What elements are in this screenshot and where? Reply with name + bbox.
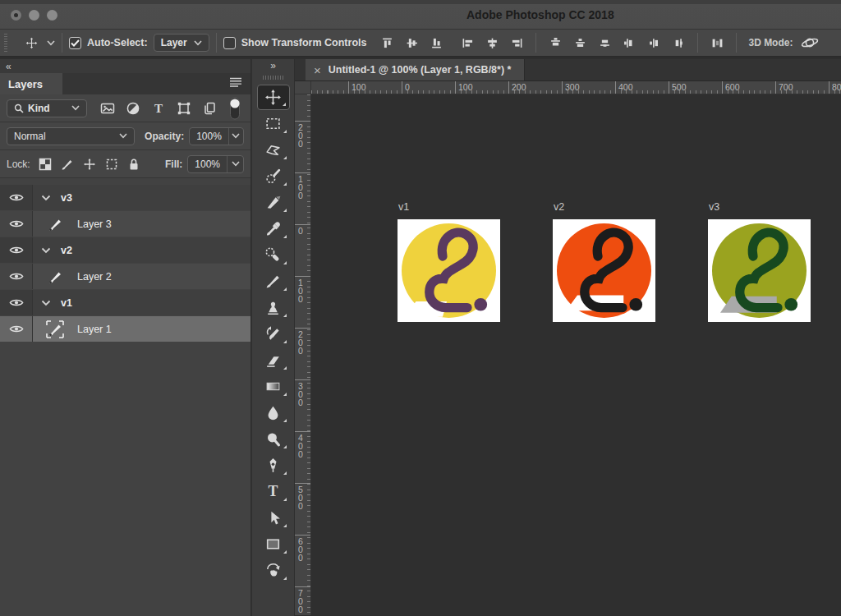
horizontal-ruler[interactable]: 1000100200300400500600700800 bbox=[311, 81, 841, 94]
eraser-tool[interactable] bbox=[257, 347, 290, 373]
panel-menu-icon[interactable] bbox=[229, 77, 242, 87]
layer-row[interactable]: Layer 1 bbox=[0, 316, 250, 342]
show-transform-controls-checkbox[interactable] bbox=[223, 37, 236, 49]
document-tab[interactable]: × Untitled-1 @ 100% (Layer 1, RGB/8*) * bbox=[306, 59, 525, 80]
filter-toggle-switch[interactable] bbox=[226, 100, 244, 117]
layer-visibility-toggle[interactable] bbox=[0, 264, 33, 289]
distribute-horizontal-centers-icon[interactable] bbox=[645, 34, 663, 52]
layer-thumbnail[interactable] bbox=[43, 319, 67, 340]
quick-selection-tool[interactable] bbox=[257, 163, 290, 189]
layer-group-row[interactable]: v1 bbox=[0, 290, 250, 315]
rotate-view-tool[interactable] bbox=[257, 558, 290, 583]
lock-pixels-icon[interactable] bbox=[61, 158, 74, 171]
blur-tool[interactable] bbox=[257, 400, 290, 425]
distribute-spacing-icon[interactable] bbox=[708, 34, 726, 52]
options-bar-grip[interactable] bbox=[2, 34, 9, 52]
lock-transparency-icon[interactable] bbox=[39, 158, 52, 171]
close-document-icon[interactable]: × bbox=[314, 63, 321, 77]
align-right-edges-icon[interactable] bbox=[508, 34, 526, 52]
group-expand-chevron-icon[interactable] bbox=[41, 300, 51, 306]
layer-thumbnail[interactable] bbox=[43, 266, 67, 287]
spot-healing-brush-tool[interactable] bbox=[257, 242, 290, 268]
align-horizontal-centers-icon[interactable] bbox=[483, 34, 501, 52]
align-top-edges-icon[interactable] bbox=[378, 34, 396, 52]
shape-layer-filter-icon[interactable] bbox=[175, 100, 193, 117]
opacity-field[interactable]: 100% bbox=[189, 127, 244, 145]
type-tool[interactable]: T bbox=[257, 479, 290, 504]
opacity-chevron[interactable] bbox=[228, 128, 243, 145]
fill-field[interactable]: 100% bbox=[187, 155, 244, 173]
filter-kind-dropdown[interactable]: Kind bbox=[7, 99, 87, 117]
expand-toolbar-button[interactable]: » bbox=[270, 60, 276, 71]
layer-visibility-toggle[interactable] bbox=[0, 290, 33, 315]
type-layer-filter-icon[interactable]: T bbox=[149, 100, 168, 117]
ruler-label: 1 0 0 bbox=[298, 278, 303, 303]
layer-row[interactable]: Layer 2 bbox=[0, 264, 250, 289]
lock-position-icon[interactable] bbox=[83, 158, 96, 171]
opacity-value[interactable]: 100% bbox=[190, 128, 228, 145]
ruler-label: 2 0 0 bbox=[298, 123, 303, 148]
move-tool[interactable] bbox=[257, 85, 290, 110]
align-bottom-edges-icon[interactable] bbox=[427, 34, 445, 52]
layer-row[interactable]: Layer 3 bbox=[0, 211, 250, 237]
rectangle-tool[interactable] bbox=[257, 531, 290, 557]
brush-tool[interactable] bbox=[257, 269, 290, 294]
ruler-label: 800 bbox=[832, 82, 841, 92]
logo-artwork[interactable]: v3 bbox=[708, 219, 811, 322]
path-selection-tool[interactable] bbox=[257, 505, 290, 531]
distribute-bottom-edges-icon[interactable] bbox=[595, 34, 614, 52]
group-expand-chevron-icon[interactable] bbox=[41, 247, 51, 254]
pen-tool[interactable] bbox=[257, 453, 290, 478]
distribute-vertical-centers-icon[interactable] bbox=[571, 34, 589, 52]
collapse-panel-button[interactable]: « bbox=[6, 61, 11, 72]
ruler-label: 7 0 0 bbox=[298, 589, 303, 614]
pixel-layer-filter-icon[interactable] bbox=[99, 100, 117, 117]
align-vertical-centers-icon[interactable] bbox=[402, 34, 420, 52]
3d-orbit-icon[interactable] bbox=[797, 34, 819, 52]
distribute-right-edges-icon[interactable] bbox=[669, 34, 687, 52]
toolbar-grip[interactable] bbox=[263, 76, 284, 80]
layer-thumbnail[interactable] bbox=[43, 214, 67, 235]
separator bbox=[697, 33, 698, 53]
lock-all-icon[interactable] bbox=[127, 158, 140, 171]
close-window-button[interactable] bbox=[11, 10, 21, 21]
minimize-window-button[interactable] bbox=[29, 10, 39, 21]
lasso-tool[interactable] bbox=[257, 137, 290, 163]
distribute-top-edges-icon[interactable] bbox=[546, 34, 564, 52]
vertical-ruler[interactable]: 2 0 01 0 001 0 02 0 03 0 04 0 05 0 06 0 … bbox=[295, 94, 311, 615]
layer-visibility-toggle[interactable] bbox=[0, 211, 33, 237]
tab-layers[interactable]: Layers bbox=[0, 73, 62, 94]
ruler-origin-corner[interactable] bbox=[295, 81, 311, 94]
logo-artwork[interactable]: v2 bbox=[553, 219, 655, 322]
dodge-tool[interactable] bbox=[257, 426, 290, 452]
distribute-left-edges-icon[interactable] bbox=[620, 34, 638, 52]
gradient-tool[interactable] bbox=[257, 374, 290, 399]
fill-chevron[interactable] bbox=[227, 156, 243, 172]
smart-object-filter-icon[interactable] bbox=[200, 100, 218, 117]
crop-tool[interactable] bbox=[257, 190, 290, 215]
tool-options-bar: Auto-Select: Layer Show Transform Contro… bbox=[0, 30, 841, 57]
logo-artwork[interactable]: v1 bbox=[398, 219, 500, 322]
eyedropper-tool[interactable] bbox=[257, 216, 290, 241]
layer-group-row[interactable]: v2 bbox=[0, 237, 250, 263]
adjustment-layer-filter-icon[interactable] bbox=[124, 100, 142, 117]
auto-select-checkbox[interactable] bbox=[69, 37, 81, 49]
group-expand-chevron-icon[interactable] bbox=[41, 195, 51, 201]
blend-mode-dropdown[interactable]: Normal bbox=[7, 127, 135, 145]
move-tool-preset-icon[interactable] bbox=[22, 34, 40, 52]
canvas[interactable]: v1 v2 v3 bbox=[311, 94, 841, 615]
rectangular-marquee-tool[interactable] bbox=[257, 111, 290, 136]
layer-visibility-toggle[interactable] bbox=[0, 185, 33, 210]
clone-stamp-tool[interactable] bbox=[257, 295, 290, 320]
layer-visibility-toggle[interactable] bbox=[0, 316, 33, 342]
tool-preset-chevron-icon[interactable] bbox=[47, 40, 55, 46]
layer-group-row[interactable]: v3 bbox=[0, 185, 250, 210]
zoom-window-button[interactable] bbox=[47, 10, 57, 21]
layer-visibility-toggle[interactable] bbox=[0, 237, 33, 263]
history-brush-tool[interactable] bbox=[257, 321, 290, 347]
lock-artboard-icon[interactable] bbox=[105, 158, 118, 171]
auto-select-target-dropdown[interactable]: Layer bbox=[154, 34, 209, 52]
align-left-edges-icon[interactable] bbox=[458, 34, 476, 52]
ruler-major-tick bbox=[295, 483, 310, 484]
fill-value[interactable]: 100% bbox=[188, 156, 227, 172]
